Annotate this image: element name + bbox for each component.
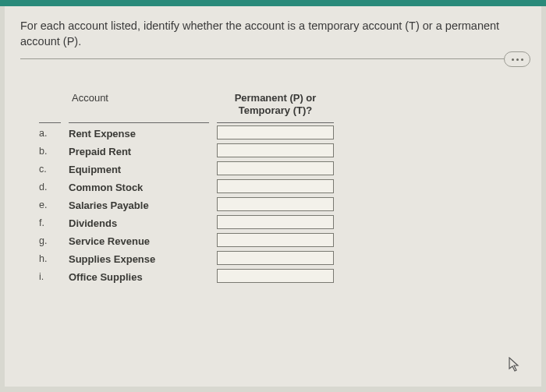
row-label: c. [39,159,61,177]
row-label: f. [39,213,61,231]
row-label: i. [39,267,61,284]
row-input-h[interactable] [217,251,334,265]
row-input-a[interactable] [217,125,334,139]
row-account: Office Supplies [69,267,209,284]
row-input-f[interactable] [217,215,334,229]
cursor-icon [509,357,521,373]
row-label: d. [39,177,61,195]
row-label: a. [39,123,61,141]
row-account: Service Revenue [69,231,209,249]
ellipsis-icon [521,58,523,61]
question-text: For each account listed, identify whethe… [20,19,526,58]
window-top-accent [0,0,546,6]
row-input-g[interactable] [217,233,334,247]
row-label: g. [39,231,61,249]
ellipsis-icon [516,58,519,61]
row-input-c[interactable] [217,161,334,175]
divider [20,58,526,59]
row-label: e. [39,195,61,213]
header-account: Account [69,92,209,122]
row-account: Salaries Payable [69,195,209,213]
row-label: h. [39,249,61,267]
page-body: For each account listed, identify whethe… [5,6,541,387]
more-options-button[interactable] [504,51,530,67]
header-type-line1: Permanent (P) or [235,92,317,104]
row-account: Common Stock [69,177,209,195]
row-account: Prepaid Rent [69,141,209,159]
row-input-d[interactable] [217,179,334,193]
row-account: Supplies Expense [69,249,209,267]
ellipsis-icon [512,58,514,61]
row-input-b[interactable] [217,143,334,157]
row-account: Equipment [69,159,209,177]
row-account: Dividends [69,213,209,231]
row-input-e[interactable] [217,197,334,211]
header-type: Permanent (P) or Temporary (T)? [217,92,334,122]
accounts-table: Account Permanent (P) or Temporary (T)? … [39,92,526,284]
row-label: b. [39,141,61,159]
row-input-i[interactable] [217,269,334,283]
header-spacer [39,92,61,122]
header-type-line2: Temporary (T)? [239,104,312,116]
row-account: Rent Expense [69,123,209,141]
